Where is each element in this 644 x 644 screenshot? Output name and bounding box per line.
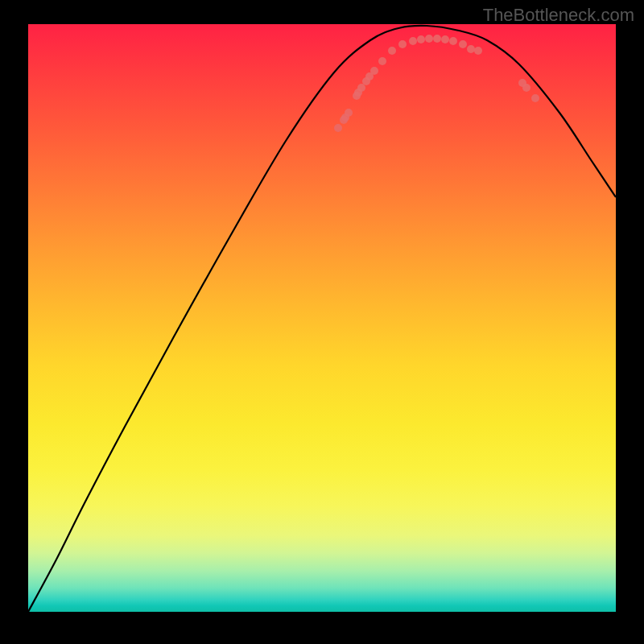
data-point	[334, 124, 342, 132]
data-point	[441, 35, 449, 43]
data-point	[433, 35, 441, 43]
data-point	[388, 47, 396, 55]
watermark-text: TheBottleneck.com	[483, 5, 634, 26]
data-point	[409, 37, 417, 45]
data-point	[474, 47, 482, 55]
chart-area	[28, 24, 616, 612]
data-point	[522, 84, 530, 92]
data-markers	[334, 35, 539, 132]
data-point	[449, 37, 457, 45]
chart-svg	[28, 24, 616, 612]
data-point	[370, 67, 378, 75]
data-point	[425, 35, 433, 43]
data-point	[378, 57, 386, 65]
data-point	[345, 109, 353, 117]
data-point	[417, 35, 425, 43]
data-point	[467, 45, 475, 53]
data-point	[398, 40, 407, 48]
data-point	[459, 40, 467, 48]
data-point	[531, 94, 539, 102]
bottleneck-curve	[28, 26, 616, 612]
data-point	[357, 84, 365, 92]
